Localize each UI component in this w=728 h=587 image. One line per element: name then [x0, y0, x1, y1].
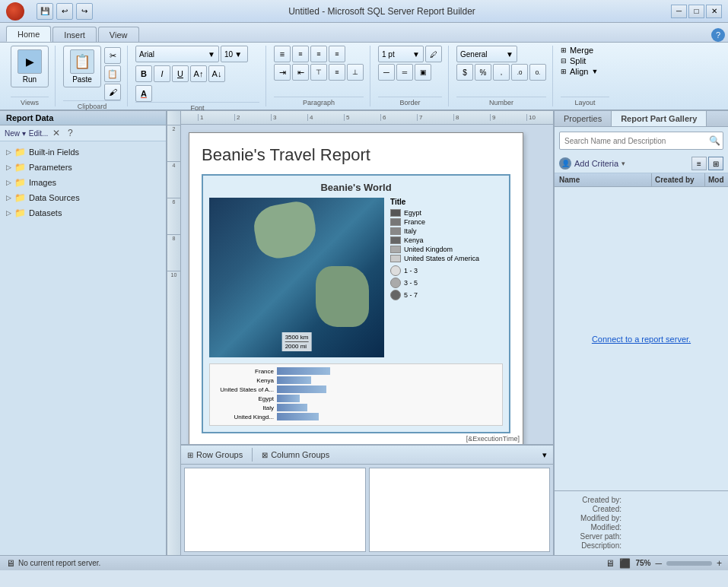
decrease-decimal-button[interactable]: 0.	[529, 64, 546, 81]
views-group-label: Views	[11, 97, 49, 106]
ruler-mark: 5	[344, 114, 380, 121]
number-format-dropdown[interactable]: General▼	[456, 46, 517, 62]
title-bar: 💾 ↩ ↪ Untitled - Microsoft SQL Server Re…	[0, 0, 728, 23]
split-button[interactable]: ⊟ Split	[561, 56, 609, 65]
zoom-out-button[interactable]: ─	[655, 558, 662, 569]
map-content: 3500 km 2000 mi Title	[209, 198, 503, 357]
col-groups-label: Column Groups	[271, 450, 329, 459]
font-color-button[interactable]: A	[135, 85, 152, 102]
indent-button[interactable]: ⇥	[274, 64, 291, 81]
toolbar-help-icon[interactable]: ?	[65, 128, 75, 138]
currency-button[interactable]: $	[456, 64, 473, 81]
groups-bar: ⊞ Row Groups ⊠ Column Groups ▾	[181, 444, 553, 464]
zoom-in-button[interactable]: +	[717, 558, 722, 569]
copy-button[interactable]: 📋	[104, 65, 121, 82]
groups-collapse-button[interactable]: ▾	[542, 450, 547, 460]
valign-mid-button[interactable]: ≡	[329, 64, 345, 81]
meta-modified: Modified:	[561, 523, 722, 531]
border-weight-button[interactable]: ═	[396, 64, 413, 81]
shrink-font-button[interactable]: A↓	[208, 65, 225, 82]
close-button[interactable]: ✕	[706, 5, 722, 18]
tab-home[interactable]: Home	[6, 26, 51, 42]
align-right-button[interactable]: ≡	[310, 46, 327, 62]
expander-images[interactable]: ▷	[3, 177, 14, 188]
grid-view-button[interactable]: ⊞	[708, 157, 723, 170]
tab-insert[interactable]: Insert	[52, 27, 97, 42]
list-view-button[interactable]: ≡	[691, 157, 707, 170]
maximize-button[interactable]: □	[688, 5, 704, 18]
increase-decimal-button[interactable]: .0	[511, 64, 528, 81]
bar-label-usa: United States of A...	[213, 386, 274, 393]
ribbon-group-clipboard: 📋 Paste ✂ 📋 🖌 Clipboard	[57, 46, 128, 106]
delete-icon[interactable]: ✕	[51, 128, 62, 138]
comma-button[interactable]: ,	[493, 64, 510, 81]
expander-built-in-fields[interactable]: ▷	[3, 147, 14, 157]
legend-range-label-1: 1 - 3	[404, 267, 418, 274]
tree-item-datasets[interactable]: ▷ 📁 Datasets	[0, 205, 166, 221]
valign-top-button[interactable]: ⊤	[310, 64, 327, 81]
undo-button[interactable]: ↩	[56, 3, 73, 20]
font-name-dropdown[interactable]: Arial ▼	[135, 46, 219, 62]
expander-data-sources[interactable]: ▷	[3, 192, 14, 203]
merge-button[interactable]: ⊞ Merge	[561, 46, 609, 55]
tree-item-built-in-fields[interactable]: ▷ 📁 Built-in Fields	[0, 144, 166, 160]
underline-button[interactable]: U	[172, 65, 189, 82]
folder-icon-images: 📁	[14, 176, 26, 189]
expander-parameters[interactable]: ▷	[3, 162, 14, 173]
tab-report-part-gallery[interactable]: Report Part Gallery	[612, 111, 707, 126]
canvas-wrapper: 2 4 6 8 10 1 2 3 4 5 6 7	[167, 111, 553, 555]
italic-button[interactable]: I	[154, 65, 170, 82]
font-size-dropdown[interactable]: 10 ▼	[221, 46, 248, 62]
legend-color-italy	[390, 227, 401, 235]
percent-button[interactable]: %	[475, 64, 491, 81]
redo-button[interactable]: ↪	[76, 3, 93, 20]
search-icon[interactable]: 🔍	[706, 132, 723, 149]
border-color-button[interactable]: 🖊	[425, 46, 442, 62]
format-painter-button[interactable]: 🖌	[104, 84, 121, 100]
save-button[interactable]: 💾	[37, 3, 53, 20]
tree-item-images[interactable]: ▷ 📁 Images	[0, 175, 166, 190]
justify-button[interactable]: ≡	[329, 46, 345, 62]
outdent-button[interactable]: ⇤	[292, 64, 309, 81]
new-menu[interactable]: New ▾	[5, 129, 26, 138]
meta-server-path: Server path:	[561, 532, 722, 541]
connect-server-link[interactable]: Connect to a report server.	[592, 335, 691, 344]
ruler-mark: 10	[526, 114, 553, 121]
row-groups-button[interactable]: ⊞ Row Groups	[187, 450, 243, 459]
tab-view[interactable]: View	[98, 27, 139, 42]
bar-row-uk: United Kingd...	[213, 413, 499, 420]
grow-font-button[interactable]: A↑	[190, 65, 207, 82]
align-left-button[interactable]: ≡	[274, 46, 291, 62]
canvas-scroll[interactable]: Beanie's Travel Report Beanie's World 35…	[181, 125, 553, 444]
status-right: 🖥 ⬛ 75% ─ +	[606, 558, 722, 569]
add-criteria-button[interactable]: Add Criteria	[574, 159, 618, 168]
valign-bot-button[interactable]: ⊥	[347, 64, 364, 81]
paste-button[interactable]: 📋 Paste	[63, 46, 101, 87]
cut-button[interactable]: ✂	[104, 47, 121, 64]
tab-properties[interactable]: Properties	[555, 111, 612, 126]
col-groups-button[interactable]: ⊠ Column Groups	[262, 450, 329, 459]
criteria-arrow-icon[interactable]: ▾	[622, 160, 625, 167]
legend-color-usa	[390, 255, 401, 262]
zoom-slider[interactable]	[666, 561, 712, 566]
tree-item-parameters[interactable]: ▷ 📁 Parameters	[0, 160, 166, 175]
border-all-button[interactable]: ▣	[415, 64, 431, 81]
border-style-button[interactable]: ─	[378, 64, 395, 81]
bold-button[interactable]: B	[135, 65, 152, 82]
folder-icon-data-sources: 📁	[14, 192, 26, 204]
legend-title: Title	[390, 198, 503, 206]
align-center-button[interactable]: ≡	[292, 46, 309, 62]
ribbon-group-layout: ⊞ Merge ⊟ Split ⊞ Align ▼ Layout	[555, 46, 615, 106]
legend-label-italy: Italy	[404, 227, 417, 235]
help-button[interactable]: ?	[711, 28, 725, 42]
search-input[interactable]	[560, 135, 706, 148]
paste-icon: 📋	[70, 49, 94, 74]
tree-item-data-sources[interactable]: ▷ 📁 Data Sources	[0, 190, 166, 205]
expander-datasets[interactable]: ▷	[3, 208, 14, 218]
edit-button[interactable]: Edit...	[29, 129, 49, 138]
run-button[interactable]: ▶ Run	[11, 46, 49, 87]
border-size-dropdown[interactable]: 1 pt ▼	[378, 46, 424, 62]
align-dropdown[interactable]: ⊞ Align ▼	[561, 67, 609, 76]
layout-group-label: Layout	[561, 97, 609, 106]
minimize-button[interactable]: ─	[671, 5, 687, 18]
